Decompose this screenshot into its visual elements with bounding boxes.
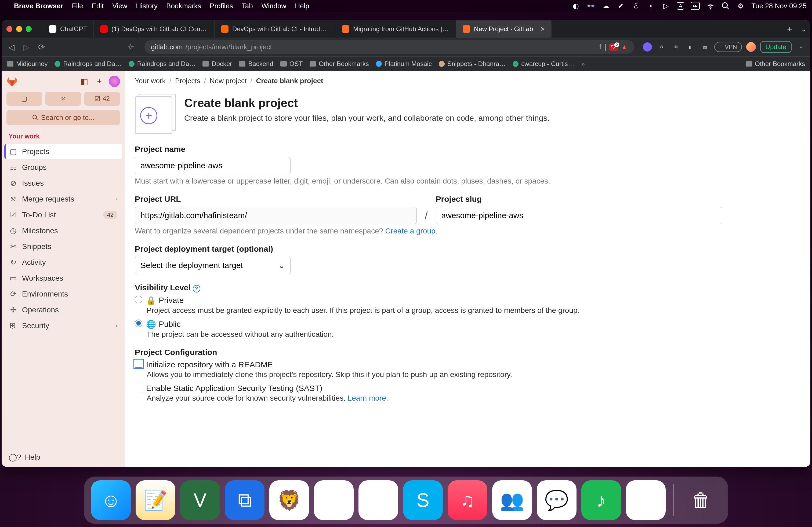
menu-window[interactable]: Window — [262, 2, 286, 10]
dock-skype-icon[interactable]: S — [403, 480, 443, 520]
menubar-app[interactable]: Brave Browser — [14, 2, 63, 10]
battery-icon[interactable]: ▸▸ — [691, 2, 700, 10]
visibility-private-label[interactable]: 🔒Private — [146, 296, 184, 305]
bookmark-item[interactable]: OST — [280, 60, 303, 67]
sidebar-pill-issues[interactable]: ▢ — [6, 92, 42, 106]
bookmark-star-button[interactable]: ☆ — [125, 42, 136, 52]
sidebar-item-workspaces[interactable]: ▭Workspaces — [4, 270, 122, 286]
dock-chrome-icon[interactable]: ◉ — [626, 480, 666, 520]
bookmark-item[interactable]: Midjourney — [7, 60, 47, 67]
zoom-window-button[interactable] — [26, 26, 32, 32]
sidebar-item-issues[interactable]: ⊘Issues — [4, 176, 122, 191]
menu-edit[interactable]: Edit — [91, 2, 104, 10]
sast-learn-more-link[interactable]: Learn more. — [348, 394, 388, 402]
dock-brave-icon[interactable]: 🦁 — [269, 480, 309, 520]
close-window-button[interactable] — [6, 26, 12, 32]
browser-tab[interactable]: DevOps with GitLab CI - Introductio — [215, 20, 335, 37]
other-bookmarks-button[interactable]: Other Bookmarks — [746, 60, 805, 67]
sidebar-help[interactable]: ◯? Help — [2, 447, 125, 467]
forward-button[interactable]: ▷ — [21, 42, 32, 52]
project-slug-input[interactable] — [436, 207, 722, 224]
keyboard-lang-icon[interactable]: A — [677, 2, 684, 10]
dock-music-icon[interactable]: ♫ — [448, 480, 487, 520]
brave-rewards-icon[interactable]: ▲ — [621, 43, 628, 51]
sidebar-item-security[interactable]: ⛨Security› — [4, 318, 122, 333]
bookmark-item[interactable]: Raindrops and Da… — [129, 60, 195, 67]
visibility-private-radio[interactable] — [135, 296, 142, 303]
sidebar-item-snippets[interactable]: ✂Snippets — [4, 239, 122, 254]
sidebar-pill-todo[interactable]: ☑ 42 — [84, 92, 120, 106]
dock-messenger-icon[interactable]: 💬 — [537, 480, 577, 520]
update-button[interactable]: Update — [760, 41, 792, 53]
sidebar-item-milestones[interactable]: ◷Milestones — [4, 223, 122, 238]
sidebar-item-activity[interactable]: ↻Activity — [4, 255, 122, 270]
project-name-input[interactable] — [135, 157, 291, 174]
dock-vim-icon[interactable]: V — [180, 480, 220, 520]
url-input[interactable]: gitlab.com/projects/new#blank_project ⤴ … — [144, 40, 634, 54]
dock-finder-icon[interactable]: ☺ — [91, 480, 131, 520]
sidebar-plus-icon[interactable]: + — [94, 76, 105, 87]
wifi-icon[interactable] — [706, 2, 715, 10]
sidebar-item-environments[interactable]: ⟳Environments — [4, 286, 122, 302]
status-icon-check[interactable]: ✔ — [617, 2, 625, 10]
dock-teams-icon[interactable]: 👥 — [492, 480, 532, 520]
crumb-1[interactable]: Your work — [135, 77, 166, 85]
extensions-icon[interactable]: ⧉ — [671, 42, 681, 52]
browser-tab[interactable]: ChatGPT — [42, 20, 94, 37]
browser-tab[interactable]: New Project · GitLab× — [456, 20, 552, 37]
project-url-input[interactable] — [135, 207, 417, 224]
readme-checkbox[interactable] — [135, 360, 142, 367]
sidebar-pill-mr[interactable]: ⤲ — [45, 92, 81, 106]
dock-notes-icon[interactable]: 📝 — [135, 480, 175, 520]
brave-shields-icon[interactable]: 🛡2 — [609, 44, 618, 51]
sidebar-toggle-icon[interactable]: ◧ — [685, 42, 695, 52]
menu-tab[interactable]: Tab — [242, 2, 253, 10]
profile-avatar[interactable] — [746, 42, 756, 52]
deploy-target-select[interactable]: Select the deployment target ⌄ — [135, 257, 291, 274]
status-icon-glasses[interactable]: 👓 — [586, 2, 595, 10]
bookmark-item[interactable]: Docker — [202, 60, 232, 67]
dock-outlook-icon[interactable]: ✉ — [314, 480, 354, 520]
status-icon-1[interactable]: ◐ — [571, 2, 580, 10]
visibility-public-label[interactable]: 🌐Public — [146, 320, 181, 329]
help-icon[interactable]: ? — [193, 285, 200, 292]
dock-zalo-icon[interactable]: Z — [359, 480, 398, 520]
share-icon[interactable]: ⤴ — [598, 43, 602, 51]
play-icon[interactable]: ▷ — [662, 2, 670, 10]
bookmark-item[interactable]: Raindrops and Da… — [55, 60, 121, 67]
new-tab-button[interactable]: + — [782, 24, 797, 34]
sidebar-item-operations[interactable]: ✣Operations — [4, 302, 122, 317]
sidebar-heading[interactable]: Your work — [2, 130, 125, 143]
visibility-public-radio[interactable] — [135, 320, 142, 327]
sast-label[interactable]: Enable Static Application Security Testi… — [146, 384, 322, 393]
search-icon[interactable] — [721, 2, 730, 10]
crumb-2[interactable]: Projects — [175, 77, 200, 85]
control-center-icon[interactable]: ⚙ — [736, 2, 745, 10]
minimize-window-button[interactable] — [16, 26, 22, 32]
back-button[interactable]: ◁ — [6, 42, 17, 52]
ext-icon-2[interactable]: ♻ — [656, 42, 666, 52]
dock-trash-icon[interactable]: 🗑 — [681, 480, 721, 520]
browser-tab[interactable]: Migrating from GitHub Actions | GitL — [335, 20, 456, 37]
menu-file[interactable]: File — [72, 2, 83, 10]
menubar-clock[interactable]: Tue 28 Nov 09:25 — [751, 2, 807, 10]
dock-spotify-icon[interactable]: ♪ — [581, 480, 621, 520]
tab-overflow-button[interactable]: ⌄ — [797, 25, 810, 33]
readme-label[interactable]: Initialize repository with a README — [146, 360, 273, 369]
bookmark-item[interactable]: Platinum Mosaic — [376, 60, 432, 67]
dock-vscode-icon[interactable]: ⧉ — [225, 480, 264, 520]
sidebar-item-groups[interactable]: ⚏Groups — [4, 160, 122, 175]
gitlab-logo-icon[interactable] — [6, 76, 18, 87]
sidebar-search[interactable]: Search or go to... — [6, 110, 120, 125]
menu-history[interactable]: History — [136, 2, 158, 10]
bookmark-item[interactable]: cwarcup - Curtis… — [512, 60, 574, 67]
crumb-3[interactable]: New project — [210, 77, 246, 85]
vpn-button[interactable]: ○VPN — [714, 42, 742, 52]
browser-tab[interactable]: (1) DevOps with GitLab CI Course - — [94, 20, 215, 37]
sast-checkbox[interactable] — [135, 384, 142, 391]
menu-profiles[interactable]: Profiles — [210, 2, 233, 10]
menu-help[interactable]: Help — [295, 2, 309, 10]
bookmark-item[interactable]: Snippets - Dhanra… — [439, 60, 506, 67]
sidebar-item-merge-requests[interactable]: ⤲Merge requests› — [4, 191, 122, 207]
reader-icon[interactable]: ▤ — [700, 42, 710, 52]
